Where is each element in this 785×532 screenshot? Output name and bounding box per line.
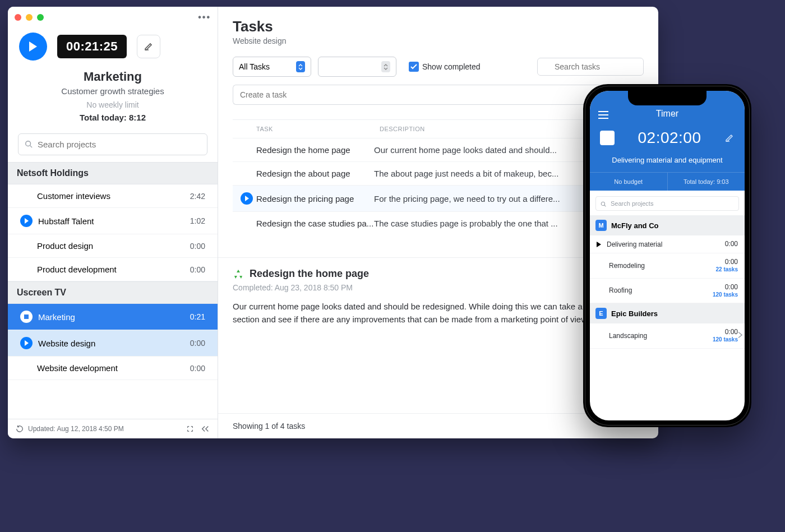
group-badge: E	[595, 308, 607, 319]
phone-project-row[interactable]: Delivering material0:00	[590, 235, 745, 253]
project-row[interactable]: Marketing0:21	[8, 304, 218, 330]
project-subtitle: Customer growth strategies	[15, 86, 211, 96]
edit-icon	[144, 41, 154, 52]
timer-controls: 00:21:25	[8, 25, 218, 68]
select-indicator-icon	[296, 61, 305, 72]
task-row[interactable]: Redesign the case studies pa...The case …	[233, 211, 644, 235]
svg-line-6	[604, 205, 606, 207]
play-icon[interactable]	[20, 215, 33, 227]
project-name: Website development	[37, 363, 118, 373]
task-row[interactable]: Redesign the home pageOur current home p…	[233, 138, 644, 161]
phone-project-row[interactable]: Roofing0:00120 tasks	[590, 279, 745, 304]
detail-body: Our current home page looks dated and sh…	[233, 300, 644, 326]
svg-point-0	[26, 141, 31, 146]
phone-project-name: Landscaping	[609, 332, 647, 340]
phone-current-task: Delivering material and equipment	[590, 151, 745, 172]
sidebar: ••• 00:21:25 Marketing Customer growth s…	[8, 7, 218, 438]
project-time: 2:42	[190, 192, 205, 201]
edit-note-button[interactable]	[137, 35, 160, 58]
zoom-window-icon[interactable]	[37, 14, 44, 21]
detail-completed: Completed: Aug 23, 2018 8:50 PM	[233, 283, 644, 292]
refresh-icon[interactable]	[16, 425, 24, 433]
phone-group-header: EEpic Builders	[590, 303, 745, 323]
search-icon	[25, 140, 33, 148]
phone-project-row[interactable]: Landscaping0:00120 tasks	[590, 323, 745, 349]
phone-notch	[628, 91, 706, 105]
filter-assignee-select[interactable]	[318, 57, 396, 77]
play-icon	[28, 41, 38, 52]
project-time: 0:00	[190, 242, 205, 251]
phone-project-meta: 0:0022 tasks	[716, 258, 738, 274]
project-group-header: Uscreen TV	[8, 281, 218, 304]
desktop-window: ••• 00:21:25 Marketing Customer growth s…	[8, 7, 658, 438]
phone-group-header: MMcFly and Co	[590, 215, 745, 235]
project-row[interactable]: Hubstaff Talent1:02	[8, 208, 218, 234]
create-task-input[interactable]	[233, 85, 625, 105]
svg-rect-2	[24, 314, 29, 319]
weekly-limit: No weekly limit	[15, 100, 211, 109]
filter-tasks-select[interactable]: All Tasks	[233, 57, 311, 77]
search-tasks-input[interactable]	[537, 58, 644, 76]
th-task: TASK	[256, 126, 380, 132]
task-table: TASK DESCRIPTION Redesign the home pageO…	[233, 119, 644, 235]
task-name: Redesign the case studies pa...	[256, 219, 374, 228]
phone-project-row[interactable]: Remodeling0:0022 tasks	[590, 253, 745, 279]
phone-project-meta: 0:00120 tasks	[713, 328, 738, 344]
start-timer-button[interactable]	[19, 33, 47, 61]
hamburger-icon[interactable]	[598, 111, 609, 119]
table-header: TASK DESCRIPTION	[233, 120, 644, 138]
project-row[interactable]: Website design0:00	[8, 330, 218, 357]
timer-display: 00:21:25	[57, 35, 127, 58]
project-name: Customer inteviews	[37, 191, 110, 201]
detail-title: Redesign the home page	[250, 268, 369, 280]
show-completed-checkbox[interactable]	[409, 62, 419, 72]
chevrons-left-icon[interactable]	[201, 425, 210, 433]
project-row[interactable]: Website development0:00	[8, 357, 218, 380]
close-window-icon[interactable]	[15, 14, 21, 21]
phone-project-meta: 0:00	[725, 240, 738, 248]
task-name: Redesign the about page	[256, 169, 374, 178]
phone-budget: No budget	[590, 172, 668, 191]
phone-search[interactable]: Search projects	[595, 196, 739, 211]
page-subtitle: Website design	[233, 36, 644, 45]
play-icon[interactable]	[20, 337, 33, 349]
phone-stop-button[interactable]	[600, 131, 615, 145]
phone-mockup: Timer 02:02:00 Delivering material and e…	[583, 84, 751, 427]
page-title: Tasks	[233, 18, 644, 35]
task-row[interactable]: Redesign the about pageThe about page ju…	[233, 161, 644, 185]
more-menu-icon[interactable]: •••	[198, 12, 211, 22]
chevron-right-icon	[738, 331, 742, 340]
sidebar-footer: Updated: Aug 12, 2018 4:50 PM	[8, 419, 218, 438]
project-name: Product design	[37, 241, 93, 251]
project-time: 0:21	[190, 312, 205, 321]
show-completed-label: Show completed	[422, 62, 481, 71]
phone-timer: 02:02:00	[638, 129, 701, 147]
project-time: 0:00	[190, 339, 205, 348]
project-time: 0:00	[190, 265, 205, 274]
phone-screen: Timer 02:02:00 Delivering material and e…	[590, 91, 745, 420]
window-titlebar: •••	[8, 7, 218, 25]
project-group-header: Netsoft Holdings	[8, 162, 218, 184]
project-title: Marketing	[15, 70, 211, 84]
edit-icon[interactable]	[724, 133, 735, 143]
phone-project-name: Roofing	[609, 286, 632, 294]
project-row[interactable]: Product design0:00	[8, 234, 218, 258]
task-name: Redesign the home page	[256, 145, 374, 155]
project-time: 1:02	[190, 216, 205, 225]
project-row[interactable]: Product development0:00	[8, 258, 218, 281]
play-icon[interactable]	[241, 192, 253, 205]
project-name: Hubstaff Talent	[38, 216, 94, 226]
total-today: Total today: 8:12	[15, 113, 211, 122]
collapse-icon[interactable]	[186, 425, 194, 433]
phone-project-meta: 0:00120 tasks	[713, 283, 738, 299]
project-name: Product development	[37, 265, 117, 274]
task-row[interactable]: Redesign the pricing pageFor the pricing…	[233, 185, 644, 211]
search-projects-input[interactable]	[18, 133, 207, 155]
filter-tasks-label: All Tasks	[239, 62, 270, 71]
project-row[interactable]: Customer inteviews2:42	[8, 184, 218, 208]
phone-search-placeholder: Search projects	[611, 200, 653, 207]
minimize-window-icon[interactable]	[26, 14, 33, 21]
svg-point-5	[601, 202, 604, 205]
select-indicator-icon	[381, 61, 390, 72]
stop-icon[interactable]	[20, 311, 33, 323]
